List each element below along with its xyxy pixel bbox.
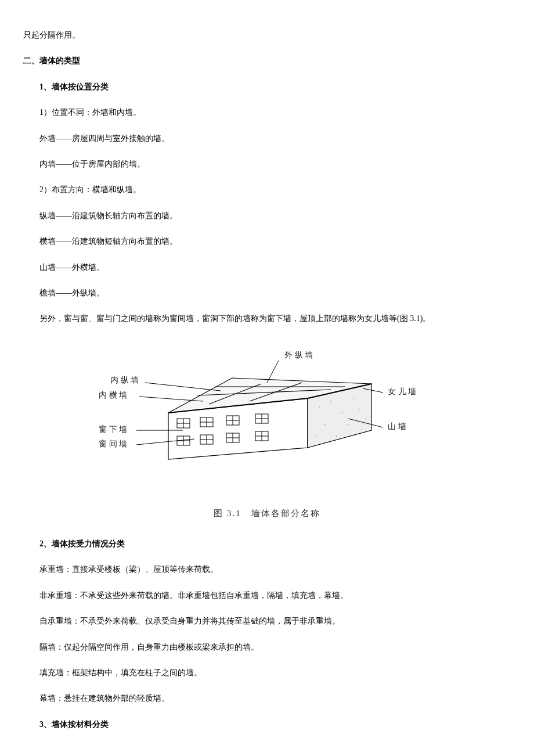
body-text: 幕墙：悬挂在建筑物外部的轻质墙。	[39, 692, 511, 705]
body-text: 隔墙：仅起分隔空间作用，自身重力由楼板或梁来承担的墙。	[39, 641, 511, 654]
svg-point-40	[365, 418, 366, 419]
label-chuangjian: 窗 间 墙	[99, 440, 127, 448]
svg-point-32	[330, 401, 331, 401]
svg-point-35	[324, 424, 325, 424]
svg-point-38	[336, 435, 337, 436]
svg-point-39	[316, 435, 316, 436]
continuation-text: 只起分隔作用。	[23, 29, 511, 42]
figure-3-1: 内 纵 墙 内 横 墙 窗 下 墙 窗 间 墙 外 纵 墙 女 儿 墙 山 墙 …	[23, 343, 511, 520]
label-waizong: 外 纵 墙	[284, 351, 313, 359]
body-text: 内墙——位于房屋内部的墙。	[39, 158, 511, 171]
body-text: 承重墙：直接承受楼板（梁）、屋顶等传来荷载。	[39, 563, 511, 576]
svg-point-36	[348, 424, 348, 424]
body-text: 自承重墙：不承受外来荷载、仅承受自身重力并将其传至基础的墙，属于非承重墙。	[39, 615, 511, 628]
subsection-1-title: 1、墙体按位置分类	[39, 81, 511, 93]
figure-caption: 图 3.1 墙体各部分名称	[23, 506, 511, 520]
label-shan: 山 墙	[388, 422, 406, 431]
body-text: 2）布置方向：横墙和纵墙。	[39, 183, 511, 196]
subsection-2-title: 2、墙体按受力情况分类	[39, 538, 511, 550]
body-text: 外墙——房屋四周与室外接触的墙。	[39, 132, 511, 145]
body-text: 纵墙——沿建筑物长轴方向布置的墙。	[39, 210, 511, 222]
label-neiheng: 内 横 墙	[99, 391, 127, 399]
body-text: 填充墙：框架结构中，填充在柱子之间的墙。	[39, 667, 511, 679]
label-neizong: 内 纵 墙	[110, 376, 139, 384]
label-chuangxia: 窗 下 墙	[99, 425, 127, 434]
label-nver: 女 儿 墙	[388, 387, 416, 396]
subsection-3-title: 3、墙体按材料分类	[39, 718, 511, 731]
section-2-heading: 二、墙体的类型	[23, 55, 511, 67]
body-text: 另外，窗与窗、窗与门之间的墙称为窗间墙，窗洞下部的墙称为窗下墙，屋顶上部的墙称为…	[39, 312, 511, 325]
body-text: 檐墙——外纵墙。	[39, 287, 511, 300]
svg-point-31	[319, 406, 319, 407]
body-text: 非承重墙：不承受这些外来荷载的墙。非承重墙包括自承重墙，隔墙，填充墙，幕墙。	[39, 589, 511, 602]
body-text: 横墙——沿建筑物短轴方向布置的墙。	[39, 235, 511, 248]
svg-point-37	[359, 409, 360, 410]
svg-line-45	[267, 361, 279, 383]
wall-diagram-svg: 内 纵 墙 内 横 墙 窗 下 墙 窗 间 墙 外 纵 墙 女 儿 墙 山 墙	[81, 343, 453, 494]
body-text: 1）位置不同：外墙和内墙。	[39, 106, 511, 119]
svg-line-41	[145, 383, 221, 391]
body-text: 山墙——外横墙。	[39, 261, 511, 274]
svg-point-34	[353, 398, 354, 398]
svg-point-33	[342, 412, 342, 413]
